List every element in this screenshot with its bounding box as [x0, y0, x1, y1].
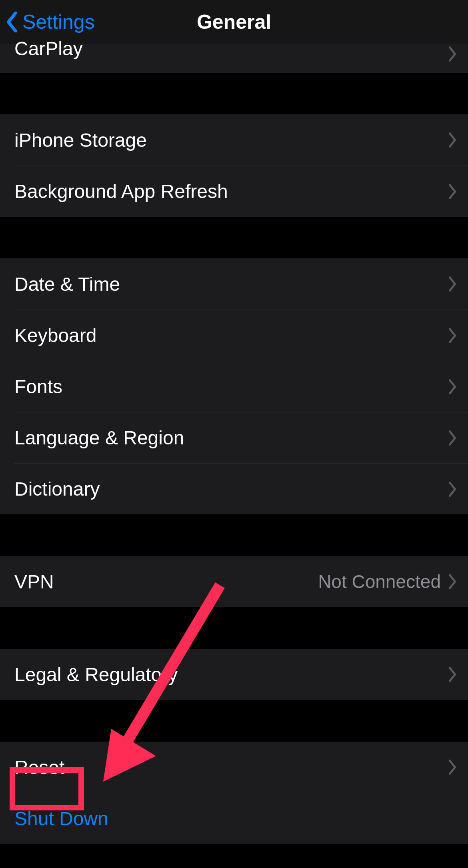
settings-group: ResetShut Down [0, 742, 468, 844]
row-keyboard[interactable]: Keyboard [14, 310, 468, 361]
row-label: Dictionary [14, 478, 448, 500]
row-label: Keyboard [14, 324, 448, 346]
chevron-right-icon [448, 574, 457, 589]
back-label: Settings [22, 10, 95, 34]
chevron-right-icon [448, 132, 457, 148]
chevron-right-icon [448, 760, 457, 775]
section-gap [0, 217, 468, 258]
settings-group: iPhone StorageBackground App Refresh [0, 114, 468, 217]
row-label: CarPlay [14, 38, 448, 60]
row-label: iPhone Storage [14, 129, 448, 151]
row-label: Fonts [14, 376, 448, 398]
chevron-right-icon [448, 184, 457, 199]
row-label: Date & Time [14, 273, 448, 295]
row-background-app-refresh[interactable]: Background App Refresh [14, 166, 468, 217]
chevron-right-icon [448, 328, 457, 343]
chevron-left-icon [6, 12, 18, 32]
row-vpn[interactable]: VPNNot Connected [0, 556, 468, 607]
row-detail: Not Connected [318, 571, 441, 592]
row-label: VPN [14, 571, 318, 593]
section-gap [0, 607, 468, 649]
row-legal-regulatory[interactable]: Legal & Regulatory [0, 649, 468, 700]
settings-group: VPNNot Connected [0, 556, 468, 607]
row-reset[interactable]: Reset [0, 742, 468, 793]
chevron-right-icon [448, 482, 457, 497]
row-shut-down[interactable]: Shut Down [14, 793, 468, 844]
section-gap [0, 514, 468, 556]
section-gap [0, 700, 468, 742]
row-fonts[interactable]: Fonts [14, 361, 468, 412]
row-date-time[interactable]: Date & Time [0, 258, 468, 310]
settings-group: CarPlay [0, 44, 468, 73]
row-label: Reset [14, 756, 448, 778]
chevron-right-icon [448, 667, 457, 682]
settings-group: Date & TimeKeyboardFontsLanguage & Regio… [0, 258, 468, 514]
row-dictionary[interactable]: Dictionary [14, 463, 468, 514]
chevron-right-icon [448, 379, 457, 394]
row-language-region[interactable]: Language & Region [14, 412, 468, 463]
row-iphone-storage[interactable]: iPhone Storage [0, 114, 468, 166]
settings-group: Legal & Regulatory [0, 649, 468, 700]
row-label: Background App Refresh [14, 180, 448, 202]
section-gap [0, 73, 468, 114]
row-label: Shut Down [14, 808, 457, 830]
chevron-right-icon [448, 46, 457, 62]
chevron-right-icon [448, 430, 457, 446]
row-label: Language & Region [14, 427, 448, 449]
chevron-right-icon [448, 276, 457, 292]
row-carplay[interactable]: CarPlay [0, 44, 468, 73]
row-label: Legal & Regulatory [14, 664, 448, 686]
